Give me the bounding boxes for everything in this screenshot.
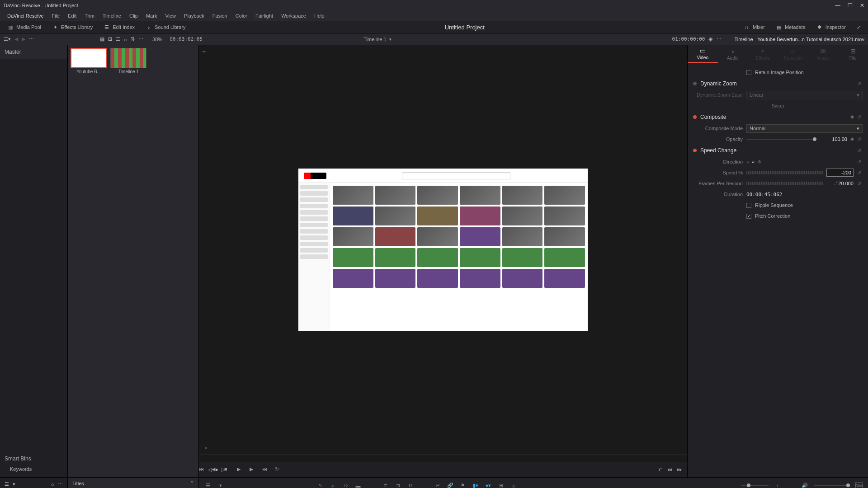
timeline-view-icon[interactable]: ☰ xyxy=(204,482,212,488)
dynamic-zoom-section[interactable]: Dynamic Zoom ↺ xyxy=(693,78,863,89)
reset-icon[interactable]: ↺ xyxy=(857,114,863,120)
smart-bin-keywords[interactable]: Keywords xyxy=(5,465,63,474)
reset-icon[interactable]: ↺ xyxy=(857,159,863,164)
match-frame-icon[interactable]: ⊏ xyxy=(659,467,663,473)
direction-forward-icon[interactable]: » xyxy=(746,159,749,164)
pitch-checkbox[interactable] xyxy=(746,214,751,219)
zoom-in-icon[interactable]: + xyxy=(774,482,781,488)
menu-view[interactable]: View xyxy=(161,12,179,19)
next-edit-icon[interactable]: ▷ xyxy=(222,467,225,473)
dim-button[interactable]: DIM xyxy=(855,482,863,488)
clip-item[interactable]: Youtube B... xyxy=(71,48,107,74)
reset-icon[interactable]: ↺ xyxy=(857,170,863,175)
insert-tool[interactable]: ⊏ xyxy=(382,482,389,488)
menu-clip[interactable]: Clip xyxy=(126,12,142,19)
flag-tool[interactable]: ⚑ xyxy=(459,482,467,488)
menu-playback[interactable]: Playback xyxy=(180,12,208,19)
inspector-tab-file[interactable]: ⊞File xyxy=(838,45,868,63)
search-icon[interactable]: ⌕ xyxy=(124,37,127,42)
volume-icon[interactable]: 🔊 xyxy=(801,482,808,488)
fps-value[interactable]: -120.000 xyxy=(826,181,854,186)
go-out-icon[interactable]: ⏮ xyxy=(677,467,682,473)
maximize-button[interactable]: ❐ xyxy=(848,2,853,9)
timeline-options-icon[interactable]: ▾ xyxy=(217,482,224,488)
viewer-jog-bar[interactable] xyxy=(199,455,687,462)
composite-mode-select[interactable]: Normal▾ xyxy=(746,124,863,133)
trim-tool[interactable]: ⎆ xyxy=(329,482,336,488)
menu-timeline[interactable]: Timeline xyxy=(99,12,125,19)
smart-bins-header[interactable]: Smart Bins xyxy=(5,455,63,462)
fx-view-icon[interactable]: ☰ xyxy=(5,481,9,487)
menu-trim[interactable]: Trim xyxy=(81,12,98,19)
marker-tool[interactable]: ▮▾ xyxy=(472,482,479,488)
more-icon[interactable]: ⋯ xyxy=(29,36,34,42)
effects-library-toggle[interactable]: ✦ Effects Library xyxy=(48,23,96,31)
snapping-tool[interactable]: ⊞ xyxy=(497,482,505,488)
keyframe-icon[interactable] xyxy=(850,115,854,119)
menu-fairlight[interactable]: Fairlight xyxy=(252,12,277,19)
inspector-toggle[interactable]: ✱ Inspector xyxy=(813,23,849,31)
marker-dot-icon[interactable]: ● xyxy=(215,467,218,472)
section-toggle-icon[interactable] xyxy=(693,115,697,119)
minimize-button[interactable]: — xyxy=(835,2,840,9)
speed-slider[interactable] xyxy=(746,171,823,174)
speed-change-section[interactable]: Speed Change ↺ xyxy=(693,145,863,156)
volume-slider[interactable] xyxy=(814,485,850,486)
menu-file[interactable]: File xyxy=(48,12,64,19)
menu-edit[interactable]: Edit xyxy=(64,12,80,19)
menu-color[interactable]: Color xyxy=(232,12,251,19)
sound-library-toggle[interactable]: ♪ Sound Library xyxy=(142,23,189,31)
options-icon[interactable]: ⋯ xyxy=(138,36,143,42)
dynamic-trim-tool[interactable]: ⇔ xyxy=(342,482,349,488)
dynamic-zoom-ease-select[interactable]: Linear▾ xyxy=(746,91,863,99)
timeline-name[interactable]: Timeline 1 xyxy=(363,37,386,42)
menu-app[interactable]: DaVinci Resolve xyxy=(4,12,47,19)
razor-tool[interactable]: ✂ xyxy=(434,482,441,488)
master-bin[interactable]: Master xyxy=(0,45,67,59)
zoom-tool[interactable]: ⌕ xyxy=(510,482,517,488)
composite-section[interactable]: Composite ↺ xyxy=(693,111,863,123)
nav-fwd-icon[interactable]: ▶ xyxy=(22,36,25,42)
go-start-button[interactable]: ⏮ xyxy=(199,466,205,473)
fx-options-icon[interactable]: ⋯ xyxy=(58,481,63,487)
opacity-value[interactable]: 100.00 xyxy=(820,136,847,142)
media-pool-toggle[interactable]: ▥ Media Pool xyxy=(4,23,45,31)
metadata-toggle[interactable]: ▤ Metadata xyxy=(772,23,809,31)
retain-image-checkbox[interactable] xyxy=(746,70,751,75)
section-toggle-icon[interactable] xyxy=(693,149,697,152)
keyframe-icon[interactable] xyxy=(850,137,854,141)
close-button[interactable]: ✕ xyxy=(860,2,864,9)
loop-button[interactable]: ↻ xyxy=(275,466,281,473)
step-fwd-button[interactable]: ▶ xyxy=(250,466,256,473)
menu-workspace[interactable]: Workspace xyxy=(278,12,310,19)
sort-icon[interactable]: ⇅ xyxy=(131,36,135,42)
timecode-mode-icon[interactable]: ◉ xyxy=(708,36,713,42)
opacity-slider[interactable] xyxy=(746,139,816,140)
reset-icon[interactable]: ↺ xyxy=(857,181,863,186)
menu-mark[interactable]: Mark xyxy=(142,12,160,19)
speed-input[interactable] xyxy=(826,169,854,177)
view-list-icon[interactable]: ☰ xyxy=(116,36,120,42)
go-end-button[interactable]: ⏭ xyxy=(262,466,269,473)
swap-button[interactable]: Swap xyxy=(772,103,784,108)
inspector-tab-video[interactable]: ▭Video xyxy=(688,45,718,63)
bin-view-icon[interactable]: ☰▾ xyxy=(4,36,11,42)
viewer-options-icon[interactable]: ⋯ xyxy=(717,36,722,42)
fps-slider[interactable] xyxy=(746,182,823,185)
reset-icon[interactable]: ↺ xyxy=(857,81,863,86)
zoom-level[interactable]: 38% xyxy=(152,37,162,42)
play-button[interactable]: ▶ xyxy=(237,466,243,473)
direction-reverse-icon[interactable]: « xyxy=(752,159,755,164)
view-thumb-icon[interactable]: ⊞ xyxy=(108,36,112,42)
marker-tool2[interactable]: ●▾ xyxy=(485,482,492,488)
expand-button[interactable]: ⤢ xyxy=(853,23,864,31)
edit-index-toggle[interactable]: ☰ Edit Index xyxy=(100,23,138,31)
reset-icon[interactable]: ↺ xyxy=(857,148,863,153)
replace-tool[interactable]: ⊓ xyxy=(407,482,414,488)
reset-icon[interactable]: ↺ xyxy=(857,136,863,142)
inspector-tab-transition[interactable]: ▱Transition xyxy=(778,45,808,63)
blade-tool[interactable]: ▬ xyxy=(354,482,362,488)
view-grid-icon[interactable]: ▦ xyxy=(100,36,104,42)
prev-edit-icon[interactable]: ◁ xyxy=(208,467,212,473)
section-toggle-icon[interactable] xyxy=(693,82,697,85)
